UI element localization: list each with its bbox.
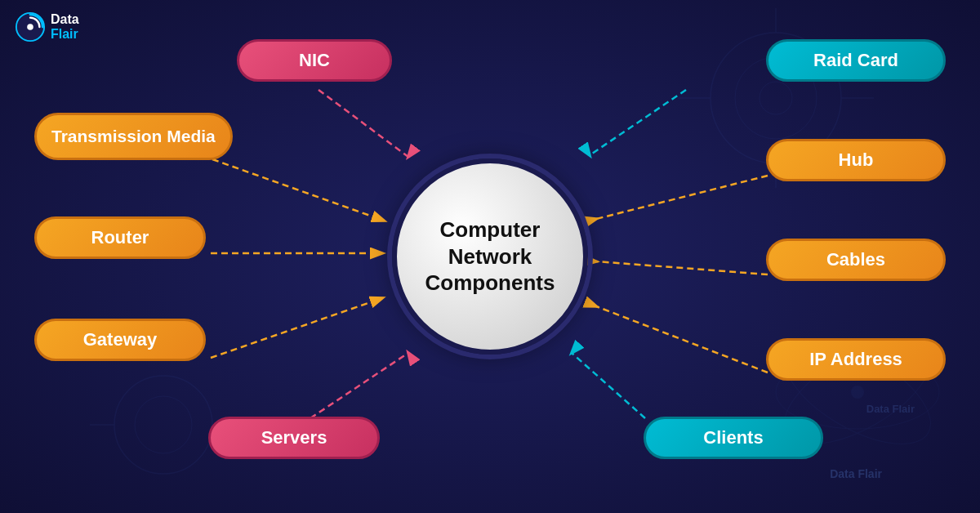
node-transmission-media: Transmission Media xyxy=(34,113,233,160)
logo-flair-label: Flair xyxy=(51,27,79,42)
node-nic: NIC xyxy=(237,39,392,82)
node-ip-address: IP Address xyxy=(766,338,946,381)
center-circle: Computer Network Components xyxy=(392,158,588,355)
node-cables: Cables xyxy=(766,239,946,281)
logo-text: Data Flair xyxy=(51,12,79,41)
node-raid-card: Raid Card xyxy=(766,39,946,82)
svg-point-2 xyxy=(760,82,792,114)
node-hub: Hub xyxy=(766,139,946,181)
center-title: Computer Network Components xyxy=(425,216,555,297)
node-gateway: Gateway xyxy=(34,319,206,361)
logo-icon xyxy=(15,11,46,42)
watermark: Data Flair xyxy=(830,467,882,480)
svg-point-8 xyxy=(135,396,192,453)
node-clients: Clients xyxy=(644,417,823,459)
svg-point-14 xyxy=(851,386,864,399)
svg-point-7 xyxy=(114,376,212,474)
node-router: Router xyxy=(34,216,206,259)
svg-point-16 xyxy=(27,24,33,30)
logo-data-label: Data xyxy=(51,12,79,27)
watermark-2: Data Flair xyxy=(866,403,915,415)
node-servers: Servers xyxy=(208,417,380,459)
logo: Data Flair xyxy=(15,11,79,42)
